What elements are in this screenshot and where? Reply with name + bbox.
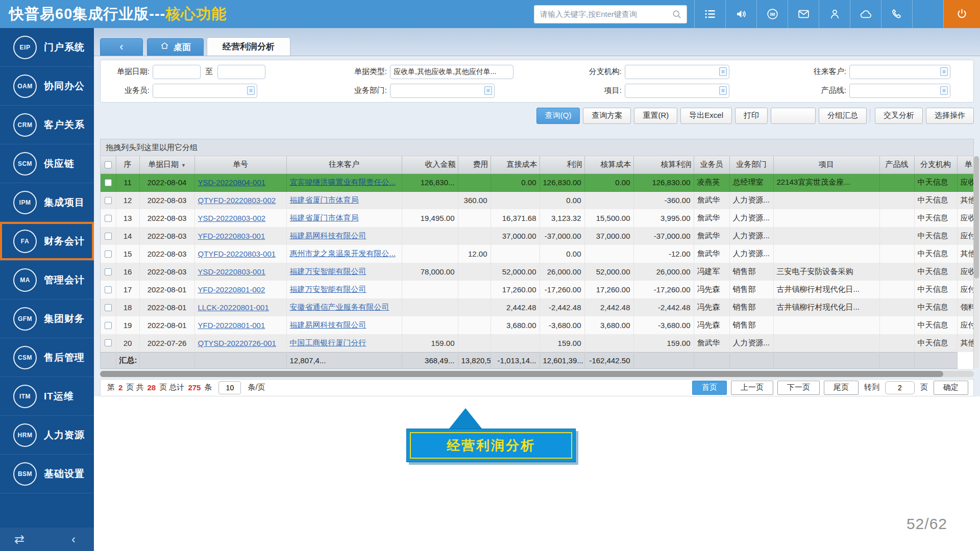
salesman-input[interactable] — [153, 84, 257, 98]
customer-link[interactable]: 福建省厦门市体育局 — [290, 213, 359, 222]
table-row[interactable]: 182022-08-01LLCK-20220801-001安徽省通信产业服务有限… — [101, 298, 974, 316]
column-header-单据日期[interactable]: 单据日期▼ — [139, 156, 194, 173]
date-to-input[interactable] — [217, 65, 265, 79]
column-header-业务员[interactable]: 业务员 — [694, 156, 729, 173]
column-header-单[interactable]: 单 — [957, 156, 974, 173]
customer-link[interactable]: 安徽省通信产业服务有限公司 — [290, 303, 389, 311]
table-row[interactable]: 122022-08-03QTYFD-20220803-002福建省厦门市体育局3… — [101, 191, 974, 209]
sidebar-item-ma[interactable]: MA管理会计 — [0, 261, 94, 299]
customer-picker-icon[interactable]: ≡ — [940, 67, 948, 76]
column-header-业务部门[interactable]: 业务部门 — [729, 156, 773, 173]
search-icon[interactable] — [672, 9, 682, 19]
hscroll-thumb[interactable] — [100, 371, 943, 377]
department-picker-icon[interactable]: ≡ — [484, 86, 492, 95]
speaker-icon[interactable] — [725, 0, 756, 28]
branch-input[interactable] — [625, 65, 729, 79]
doc-number-link[interactable]: YFD-20220803-001 — [198, 232, 265, 240]
doc-number-link[interactable]: YSD-20220803-001 — [198, 267, 266, 276]
sidebar-item-crm[interactable]: CRM客户关系 — [0, 106, 94, 144]
customer-input[interactable] — [849, 65, 950, 79]
last-page-button[interactable]: 尾页 — [824, 381, 859, 395]
customer-link[interactable]: 福建易网科技有限公司 — [290, 231, 366, 240]
sidebar-item-hrm[interactable]: HRM人力资源 — [0, 416, 94, 455]
customer-link[interactable]: 福建万安智能有限公司 — [290, 267, 366, 276]
first-page-button[interactable]: 首页 — [692, 381, 727, 395]
select-operation-button[interactable]: 选择操作 — [926, 108, 974, 124]
swap-icon[interactable]: ⇄ — [14, 533, 24, 545]
product-line-input[interactable] — [849, 84, 950, 98]
doc-number-link[interactable]: LLCK-20220801-001 — [198, 303, 269, 312]
table-row[interactable]: 162022-08-03YSD-20220803-001福建万安智能有限公司78… — [101, 263, 974, 281]
column-header-往来客户[interactable]: 往来客户 — [286, 156, 402, 173]
goto-page-input[interactable] — [885, 381, 915, 394]
row-checkbox[interactable] — [105, 197, 112, 204]
sidebar-item-scm[interactable]: SCM供应链 — [0, 144, 94, 183]
column-header-收入金额[interactable]: 收入金额 — [402, 156, 458, 173]
column-header-单号[interactable]: 单号 — [194, 156, 286, 173]
im-icon[interactable]: IM — [756, 0, 788, 28]
column-header-核算利润[interactable]: 核算利润 — [633, 156, 694, 173]
column-header-序[interactable]: 序 — [116, 156, 139, 173]
salesman-picker-icon[interactable]: ≡ — [247, 86, 255, 95]
row-checkbox[interactable] — [105, 286, 112, 293]
row-checkbox[interactable] — [105, 322, 112, 329]
doc-number-link[interactable]: YSD-20220804-001 — [198, 178, 266, 187]
project-input[interactable] — [625, 84, 729, 98]
department-input[interactable] — [390, 84, 495, 98]
query-plan-button[interactable]: 查询方案 — [583, 108, 631, 124]
customer-link[interactable]: 福建易网科技有限公司 — [290, 320, 366, 329]
cloud-icon[interactable] — [850, 0, 881, 28]
doc-type-input[interactable] — [390, 65, 513, 79]
column-header-项目[interactable]: 项目 — [773, 156, 879, 173]
export-excel-button[interactable]: 导出Excel — [680, 108, 732, 124]
select-all-checkbox[interactable] — [105, 161, 112, 168]
cross-analysis-button[interactable]: 交叉分析 — [875, 108, 923, 124]
horizontal-scrollbar[interactable] — [100, 371, 974, 377]
tab-back-button[interactable]: ‹ — [100, 38, 143, 56]
product-line-picker-icon[interactable]: ≡ — [940, 86, 948, 95]
tab-desktop[interactable]: 桌面 — [147, 38, 204, 56]
print-button[interactable]: 打印 — [735, 108, 768, 124]
column-header-checkbox[interactable] — [101, 156, 116, 173]
doc-number-link[interactable]: YSD-20220803-002 — [198, 214, 266, 222]
sidebar-item-oam[interactable]: OAM协同办公 — [0, 67, 94, 106]
customer-link[interactable]: 惠州市龙之泉温泉开发有限公... — [290, 249, 396, 258]
page-size-input[interactable] — [218, 381, 241, 394]
query-button[interactable]: 查询(Q) — [536, 108, 580, 124]
group-summary-button[interactable]: 分组汇总 — [819, 108, 867, 124]
row-checkbox[interactable] — [105, 179, 112, 186]
doc-number-link[interactable]: YFD-20220801-001 — [198, 321, 265, 330]
sidebar-item-fa[interactable]: FA财务会计 — [0, 222, 94, 261]
row-checkbox[interactable] — [105, 304, 112, 311]
column-header-产品线[interactable]: 产品线 — [879, 156, 914, 173]
menu-list-icon[interactable] — [694, 0, 725, 28]
column-header-分支机构[interactable]: 分支机构 — [914, 156, 957, 173]
doc-number-link[interactable]: YFD-20220801-002 — [198, 285, 265, 294]
customer-link[interactable]: 宜宾骏继洪骧置业有限责任公... — [290, 178, 396, 186]
row-checkbox[interactable] — [105, 339, 112, 346]
table-row[interactable]: 152022-08-03QTYFD-20220803-001惠州市龙之泉温泉开发… — [101, 245, 974, 263]
column-header-利润[interactable]: 利润 — [540, 156, 584, 173]
phone-icon[interactable] — [881, 0, 912, 28]
table-row[interactable]: 172022-08-01YFD-20220801-002福建万安智能有限公司17… — [101, 281, 974, 298]
sidebar-item-ipm[interactable]: IPM集成项目 — [0, 183, 94, 222]
power-icon[interactable] — [943, 0, 980, 28]
project-picker-icon[interactable]: ≡ — [719, 86, 727, 95]
table-row[interactable]: 142022-08-03YFD-20220803-001福建易网科技有限公司37… — [101, 227, 974, 245]
row-checkbox[interactable] — [105, 215, 112, 222]
column-header-直接成本[interactable]: 直接成本 — [491, 156, 540, 173]
user-icon[interactable] — [819, 0, 850, 28]
reset-button[interactable]: 重置(R) — [634, 108, 677, 124]
row-checkbox[interactable] — [105, 233, 112, 240]
sidebar-item-csm[interactable]: CSM售后管理 — [0, 338, 94, 377]
sidebar-item-eip[interactable]: EIP门户系统 — [0, 28, 94, 67]
sidebar-item-gfm[interactable]: GFM集团财务 — [0, 299, 94, 338]
doc-number-link[interactable]: QTYFD-20220803-001 — [198, 249, 276, 258]
doc-number-link[interactable]: QTYFD-20220803-002 — [198, 196, 276, 205]
row-checkbox[interactable] — [105, 251, 112, 258]
date-from-input[interactable] — [153, 65, 201, 79]
table-row[interactable]: 192022-08-01YFD-20220801-001福建易网科技有限公司3,… — [101, 316, 974, 334]
group-by-bar[interactable]: 拖拽列头到这里以用它分组 — [100, 139, 974, 156]
customer-link[interactable]: 福建省厦门市体育局 — [290, 195, 359, 204]
table-row[interactable]: 132022-08-03YSD-20220803-002福建省厦门市体育局19,… — [101, 209, 974, 227]
